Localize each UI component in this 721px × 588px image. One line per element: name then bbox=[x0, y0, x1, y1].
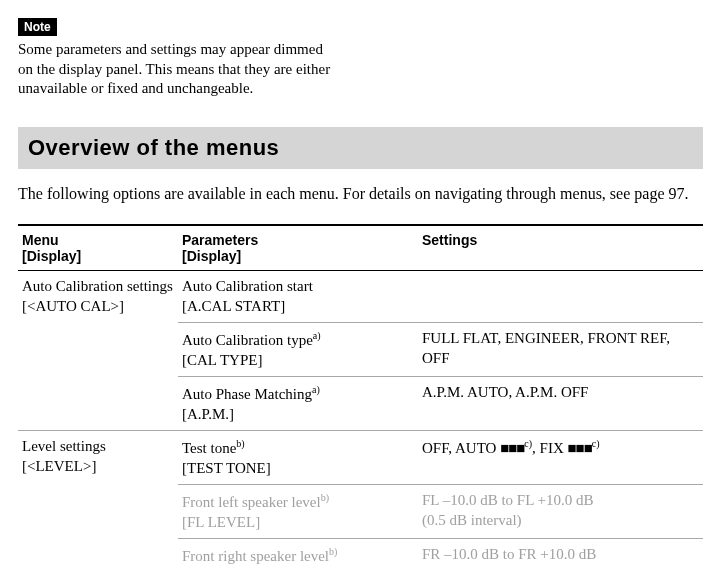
section-header: Overview of the menus bbox=[18, 127, 703, 169]
col-menu-l1: Menu bbox=[22, 232, 59, 248]
table-header-row: Menu [Display] Parameters [Display] Sett… bbox=[18, 225, 703, 271]
param-display: [A.CAL START] bbox=[182, 298, 285, 314]
menu-name: Auto Calibration settings bbox=[22, 278, 173, 294]
param-display: [A.P.M.] bbox=[182, 406, 234, 422]
note-text: Some parameters and settings may appear … bbox=[18, 40, 338, 99]
footnote-ref: b) bbox=[321, 492, 329, 503]
param-name: Auto Phase Matching bbox=[182, 386, 312, 402]
setting-part: (0.5 dB interval) bbox=[422, 512, 522, 528]
param-name: Auto Calibration type bbox=[182, 332, 313, 348]
param-name: Front right speaker level bbox=[182, 548, 329, 564]
param-name: Test tone bbox=[182, 440, 236, 456]
menu-cell: Level settings [<LEVEL>] bbox=[18, 431, 178, 573]
footnote-ref: a) bbox=[312, 384, 320, 395]
menu-display: [<AUTO CAL>] bbox=[22, 298, 124, 314]
setting-part: FL –10.0 dB to FL +10.0 dB bbox=[422, 492, 594, 508]
param-cell: Front left speaker levelb) [FL LEVEL] bbox=[178, 485, 418, 539]
menu-name: Level settings bbox=[22, 438, 106, 454]
param-name: Auto Calibration start bbox=[182, 278, 313, 294]
intro-text: The following options are available in e… bbox=[18, 183, 703, 205]
setting-cell: FL –10.0 dB to FL +10.0 dB (0.5 dB inter… bbox=[418, 485, 703, 539]
setting-part: , FIX bbox=[532, 440, 567, 456]
menu-table: Menu [Display] Parameters [Display] Sett… bbox=[18, 224, 703, 573]
col-param-header: Parameters [Display] bbox=[178, 225, 418, 271]
col-settings-header: Settings bbox=[418, 225, 703, 271]
block-icon: ■■■ bbox=[568, 440, 592, 456]
col-menu-l2: [Display] bbox=[22, 248, 81, 264]
block-icon: ■■■ bbox=[500, 440, 524, 456]
param-display: [TEST TONE] bbox=[182, 460, 271, 476]
note-badge: Note bbox=[18, 18, 57, 36]
footnote-ref: c) bbox=[592, 438, 600, 449]
param-name: Front left speaker level bbox=[182, 494, 321, 510]
param-cell: Auto Phase Matchinga) [A.P.M.] bbox=[178, 377, 418, 431]
col-param-l1: Parameters bbox=[182, 232, 258, 248]
footnote-ref: b) bbox=[329, 546, 337, 557]
footnote-ref: a) bbox=[313, 330, 321, 341]
setting-cell bbox=[418, 271, 703, 323]
param-cell: Auto Calibration start [A.CAL START] bbox=[178, 271, 418, 323]
param-display: [CAL TYPE] bbox=[182, 352, 262, 368]
param-display: [FL LEVEL] bbox=[182, 514, 260, 530]
col-settings-l1: Settings bbox=[422, 232, 477, 248]
setting-cell: FULL FLAT, ENGINEER, FRONT REF, OFF bbox=[418, 323, 703, 377]
col-menu-header: Menu [Display] bbox=[18, 225, 178, 271]
param-cell: Front right speaker levelb) bbox=[178, 539, 418, 573]
param-cell: Auto Calibration typea) [CAL TYPE] bbox=[178, 323, 418, 377]
table-row: Auto Calibration settings [<AUTO CAL>] A… bbox=[18, 271, 703, 323]
table-row: Level settings [<LEVEL>] Test toneb) [TE… bbox=[18, 431, 703, 485]
footnote-ref: c) bbox=[524, 438, 532, 449]
setting-cell: FR –10.0 dB to FR +10.0 dB bbox=[418, 539, 703, 573]
setting-part: OFF, AUTO bbox=[422, 440, 500, 456]
setting-cell: OFF, AUTO ■■■c), FIX ■■■c) bbox=[418, 431, 703, 485]
footnote-ref: b) bbox=[236, 438, 244, 449]
menu-cell: Auto Calibration settings [<AUTO CAL>] bbox=[18, 271, 178, 431]
col-param-l2: [Display] bbox=[182, 248, 241, 264]
menu-display: [<LEVEL>] bbox=[22, 458, 96, 474]
param-cell: Test toneb) [TEST TONE] bbox=[178, 431, 418, 485]
setting-cell: A.P.M. AUTO, A.P.M. OFF bbox=[418, 377, 703, 431]
